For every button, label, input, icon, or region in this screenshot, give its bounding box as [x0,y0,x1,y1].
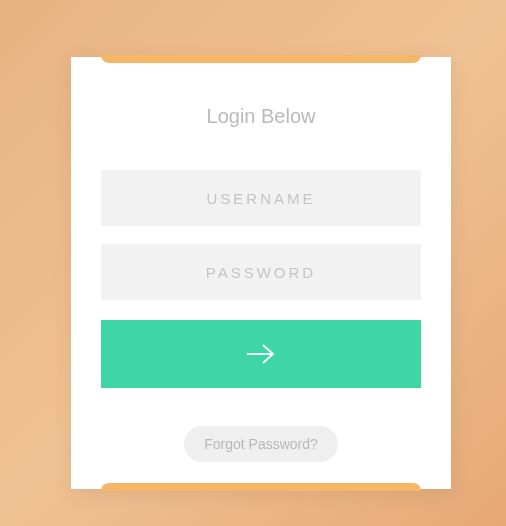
arrow-right-icon [245,342,277,366]
login-form [101,170,421,388]
forgot-wrapper: Forgot Password? [101,388,421,462]
login-card: Login Below Forgot Password? [71,57,451,489]
accent-bar-top [101,55,421,63]
submit-button[interactable] [101,320,421,388]
accent-bar-bottom [101,483,421,491]
login-title: Login Below [101,105,421,128]
password-input[interactable] [101,244,421,300]
forgot-password-link[interactable]: Forgot Password? [184,426,338,462]
username-input[interactable] [101,170,421,226]
